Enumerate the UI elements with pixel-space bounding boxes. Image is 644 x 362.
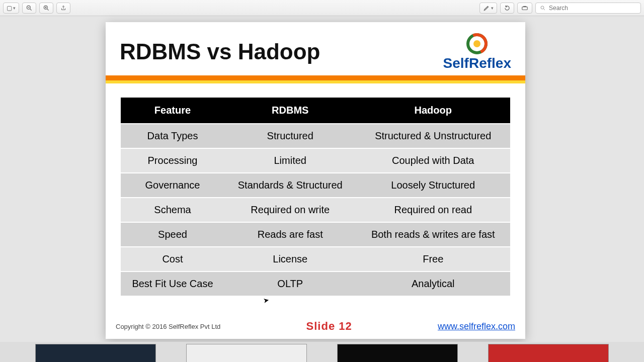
table-cell: Governance bbox=[121, 173, 224, 197]
table-cell: Best Fit Use Case bbox=[121, 272, 224, 296]
table-cell: Structured & Unstructured bbox=[356, 124, 511, 148]
zoom-out-button[interactable] bbox=[22, 3, 36, 14]
brand-logo: SelfReflex bbox=[443, 33, 511, 70]
table-row: SpeedReads are fastBoth reads & writes a… bbox=[121, 223, 510, 246]
slide-number: Slide 12 bbox=[306, 320, 352, 333]
table-cell: Limited bbox=[224, 149, 356, 172]
table-cell: Structured bbox=[224, 124, 356, 148]
rotate-button[interactable] bbox=[500, 3, 514, 14]
col-header: Feature bbox=[121, 98, 224, 123]
zoom-in-button[interactable] bbox=[39, 3, 53, 14]
svg-line-9 bbox=[544, 9, 545, 10]
svg-line-1 bbox=[30, 9, 32, 10]
brand-name: SelfReflex bbox=[443, 56, 511, 70]
zoom-in-icon bbox=[43, 5, 50, 12]
slide-title: RDBMS vs Hadoop bbox=[120, 39, 320, 64]
search-icon bbox=[540, 5, 546, 11]
logo-ring-icon bbox=[466, 33, 488, 54]
table-row: Best Fit Use CaseOLTPAnalytical bbox=[121, 272, 510, 296]
comparison-table-wrap: Feature RDBMS Hadoop Data TypesStructure… bbox=[106, 83, 525, 317]
slide-header: RDBMS vs Hadoop SelfReflex bbox=[106, 22, 525, 75]
svg-point-8 bbox=[541, 6, 544, 9]
table-cell: Coupled with Data bbox=[356, 149, 511, 172]
table-cell: Data Types bbox=[121, 124, 224, 148]
col-header: Hadoop bbox=[356, 98, 511, 123]
table-cell: License bbox=[224, 247, 356, 271]
zoom-out-icon bbox=[26, 5, 33, 12]
toolbox-icon bbox=[521, 5, 529, 12]
col-header: RDBMS bbox=[224, 98, 356, 123]
search-input[interactable] bbox=[549, 5, 636, 12]
table-cell: Speed bbox=[121, 223, 224, 246]
table-cell: Both reads & writes are fast bbox=[356, 223, 511, 246]
sidebar-toggle-button[interactable]: ▢▾ bbox=[3, 3, 19, 14]
divider-bars bbox=[106, 75, 525, 83]
share-icon bbox=[60, 5, 66, 12]
slide: RDBMS vs Hadoop SelfReflex Feature RDBMS… bbox=[106, 22, 525, 339]
table-row: SchemaRequired on writeRequired on read bbox=[121, 198, 510, 222]
thumbnail[interactable] bbox=[186, 344, 307, 362]
website-link[interactable]: www.selfreflex.com bbox=[438, 321, 515, 332]
rotate-icon bbox=[504, 5, 511, 12]
search-field[interactable] bbox=[535, 3, 641, 14]
table-cell: Reads are fast bbox=[224, 223, 356, 246]
pencil-icon bbox=[483, 5, 490, 12]
table-cell: Analytical bbox=[356, 272, 511, 296]
table-cell: Processing bbox=[121, 149, 224, 172]
table-row: ProcessingLimitedCoupled with Data bbox=[121, 149, 510, 172]
table-cell: Loosely Structured bbox=[356, 173, 511, 197]
thumbnail[interactable] bbox=[488, 344, 609, 362]
thumbnail[interactable] bbox=[337, 344, 458, 362]
table-cell: Required on read bbox=[356, 198, 511, 222]
table-cell: Required on write bbox=[224, 198, 356, 222]
table-row: GovernanceStandards & StructuredLoosely … bbox=[121, 173, 510, 197]
slide-footer: Copyright © 2016 SelfReflex Pvt Ltd Slid… bbox=[106, 317, 525, 339]
background-thumbnails bbox=[0, 342, 644, 362]
annotate-button[interactable]: ▾ bbox=[479, 3, 497, 14]
thumbnail[interactable] bbox=[35, 344, 156, 362]
table-cell: Free bbox=[356, 247, 511, 271]
mouse-cursor-icon: ➤ bbox=[263, 296, 270, 305]
share-button[interactable] bbox=[56, 3, 70, 14]
svg-line-4 bbox=[47, 9, 49, 10]
table-row: Data TypesStructuredStructured & Unstruc… bbox=[121, 124, 510, 148]
table-cell: OLTP bbox=[224, 272, 356, 296]
copyright-text: Copyright © 2016 SelfReflex Pvt Ltd bbox=[116, 323, 220, 330]
table-cell: Schema bbox=[121, 198, 224, 222]
table-cell: Cost bbox=[121, 247, 224, 271]
table-cell: Standards & Structured bbox=[224, 173, 356, 197]
table-row: CostLicenseFree bbox=[121, 247, 510, 271]
svg-rect-7 bbox=[522, 7, 528, 10]
document-stage: RDBMS vs Hadoop SelfReflex Feature RDBMS… bbox=[0, 16, 644, 362]
markup-button[interactable] bbox=[517, 3, 532, 14]
preview-toolbar: ▢▾ ▾ bbox=[0, 0, 644, 16]
comparison-table: Feature RDBMS Hadoop Data TypesStructure… bbox=[121, 97, 510, 297]
